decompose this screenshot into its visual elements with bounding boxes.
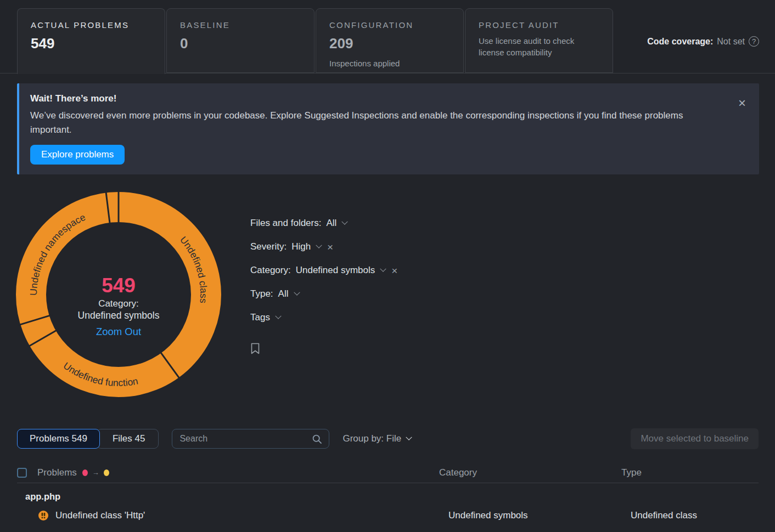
filter-files-and-folders[interactable]: Files and folders: All [250,218,397,229]
group-by-label: Group by: File [342,433,401,444]
problem-type: Undefined class [621,510,759,521]
zoom-out-link[interactable]: Zoom Out [96,326,141,337]
code-coverage-label: Code coverage: [647,37,713,47]
donut-center-total: 549 [102,274,136,297]
severity-high-icon [38,511,48,520]
tab-title: CONFIGURATION [329,20,450,30]
filter-category[interactable]: Category: Undefined symbols × [250,265,397,276]
filter-severity[interactable]: Severity: High × [250,241,397,252]
explore-problems-button[interactable]: Explore problems [30,145,125,165]
filter-value: High [291,241,311,252]
problem-category: Undefined symbols [439,510,621,521]
file-group-row[interactable]: app.php [17,483,759,502]
tab-description: Inspections applied [329,59,450,68]
help-icon[interactable]: ? [749,36,759,47]
tab-value: 209 [329,35,450,52]
code-coverage-value: Not set [717,37,745,47]
clear-filter-icon[interactable]: × [391,265,397,276]
bookmark-icon[interactable] [250,343,260,354]
tab-title: ACTUAL PROBLEMS [31,20,151,30]
filter-tags[interactable]: Tags [250,312,397,323]
tab-project-audit[interactable]: PROJECT AUDIT Use license audit to check… [465,8,613,73]
chevron-down-icon[interactable] [294,290,300,296]
donut-chart-svg[interactable]: Undefined namespace Undefined class Unde… [15,191,222,398]
tab-actual-problems[interactable]: ACTUAL PROBLEMS 549 [17,8,165,74]
severity-to-dot [104,469,109,476]
banner-title: Wait! There’s more! [30,93,710,104]
filter-label: Tags [250,312,270,323]
filter-value: Undefined symbols [296,265,375,276]
tab-configuration[interactable]: CONFIGURATION 209 Inspections applied [316,8,464,73]
chevron-down-icon[interactable] [380,266,386,272]
code-coverage: Code coverage: Not set ? [647,36,759,47]
clear-filter-icon[interactable]: × [327,242,333,252]
filter-label: Category: [250,265,291,276]
move-selected-to-baseline-button[interactable]: Move selected to baseline [631,428,759,449]
chevron-down-icon[interactable] [406,434,412,440]
search-field [172,429,329,449]
filter-label: Type: [250,288,273,299]
filter-label: Severity: [250,241,287,252]
problems-table: Problems → Category Type app.php Undefin… [17,462,759,528]
chevron-down-icon[interactable] [275,313,281,319]
summary-tabs: ACTUAL PROBLEMS 549 BASELINE 0 CONFIGURA… [17,8,614,74]
search-icon[interactable] [312,434,323,445]
filter-type[interactable]: Type: All [250,288,397,299]
select-all-checkbox[interactable] [17,468,27,478]
column-category: Category [439,467,621,478]
tab-problems[interactable]: Problems 549 [17,429,100,449]
filter-value: All [326,218,336,229]
severity-from-dot [82,469,88,476]
chevron-down-icon[interactable] [316,242,322,248]
suggestion-banner: Wait! There’s more! We’ve discovered eve… [17,83,759,174]
problem-text: Undefined class 'Http' [55,510,145,521]
filter-value: All [278,288,289,299]
donut-center-label-2: Undefined symbols [78,310,160,321]
chevron-down-icon[interactable] [342,219,348,225]
donut-center-label-1: Category: [98,298,139,309]
tab-baseline[interactable]: BASELINE 0 [166,8,315,73]
column-type: Type [621,467,759,478]
close-icon[interactable]: × [738,97,746,110]
tab-description: Use license audit to check license compa… [479,35,586,58]
tab-value: 0 [180,35,301,52]
banner-body: We’ve discovered even more problems in y… [30,109,710,137]
results-toolbar: Problems 549 Files 45 Group by: File Mov… [17,428,759,449]
search-input[interactable] [172,429,329,448]
group-by-select[interactable]: Group by: File [342,433,411,444]
arrow-right-icon: → [92,468,99,477]
filter-label: Files and folders: [250,218,321,229]
problems-donut-chart: Undefined namespace Undefined class Unde… [15,191,222,398]
table-row[interactable]: Undefined class 'Http' Undefined symbols… [17,503,759,528]
tab-value: 549 [31,35,151,52]
tab-files[interactable]: Files 45 [97,429,159,449]
tab-title: BASELINE [180,20,301,30]
filters-panel: Files and folders: All Severity: High × … [250,218,397,354]
table-header: Problems → Category Type [17,462,759,483]
column-problems: Problems [37,467,77,478]
tab-title: PROJECT AUDIT [479,20,599,30]
